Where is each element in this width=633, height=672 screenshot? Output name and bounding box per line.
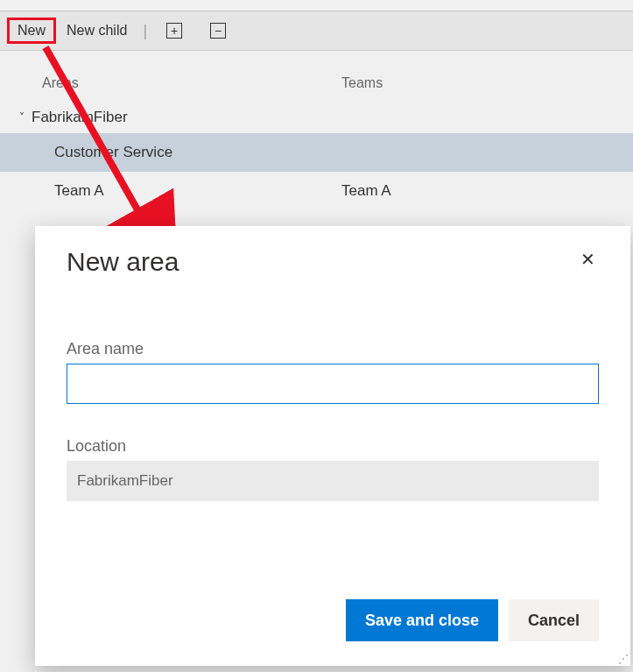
areas-tree: ˅ FabrikamFiber Customer Service Team A … <box>0 102 633 210</box>
close-icon[interactable]: ✕ <box>577 247 599 272</box>
new-area-dialog: New area ✕ Area name Location Save and c… <box>35 226 630 666</box>
cancel-button[interactable]: Cancel <box>509 599 599 641</box>
tree-area-cell: Team A <box>0 182 341 200</box>
areas-column-header: Areas <box>0 75 341 91</box>
new-child-button[interactable]: New child <box>56 18 137 44</box>
area-name-input[interactable] <box>67 364 599 404</box>
expand-all-icon[interactable]: + <box>166 23 182 39</box>
save-and-close-button[interactable]: Save and close <box>346 599 498 641</box>
tree-row-selected[interactable]: Customer Service <box>0 133 633 172</box>
toolbar-separator: | <box>143 22 147 40</box>
dialog-title: New area <box>67 247 179 277</box>
area-name-label: Area name <box>67 340 599 358</box>
tree-root-node[interactable]: ˅ FabrikamFiber <box>0 102 633 133</box>
tree-area-cell: Customer Service <box>0 144 341 161</box>
tree-row[interactable]: Team A Team A <box>0 172 633 210</box>
tree-team-cell: Team A <box>341 182 633 200</box>
tree-root-label: FabrikamFiber <box>32 109 128 126</box>
column-headers: Areas Teams <box>0 51 633 102</box>
chevron-down-icon[interactable]: ˅ <box>19 111 25 124</box>
teams-column-header: Teams <box>341 75 633 91</box>
toolbar: New New child | + − <box>0 11 633 51</box>
collapse-all-icon[interactable]: − <box>210 23 226 39</box>
resize-grip-icon[interactable]: ⋰ <box>618 654 629 664</box>
new-button[interactable]: New <box>7 18 56 44</box>
location-label: Location <box>67 437 599 456</box>
location-input[interactable] <box>67 461 599 501</box>
